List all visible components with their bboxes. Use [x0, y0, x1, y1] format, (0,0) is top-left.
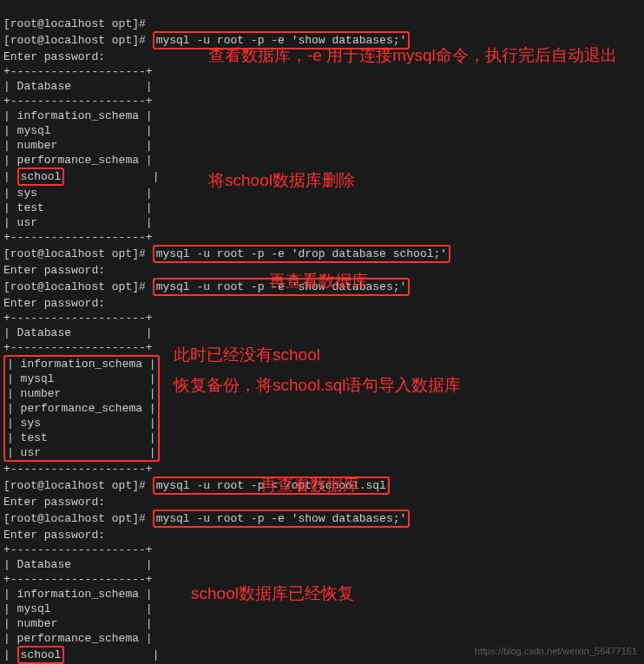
- annotation-3: 再查看数据库: [269, 269, 368, 293]
- annotation-4: 此时已经没有school: [174, 343, 320, 367]
- db-row: | usr |: [3, 216, 153, 229]
- prompt: [root@localhost opt]#: [3, 479, 146, 492]
- db-row: | mysql |: [3, 124, 153, 137]
- table-sep: +--------------------+: [3, 231, 153, 244]
- annotation-1: 查看数据库，-e 用于连接mysql命令，执行完后自动退出: [208, 43, 625, 68]
- enter-password: Enter password:: [3, 496, 105, 509]
- command-drop-school: mysql -u root -p -e 'drop database schoo…: [153, 245, 450, 263]
- table-sep: +--------------------+: [3, 95, 153, 108]
- table-sep: +--------------------+: [3, 65, 153, 78]
- table-header: | Database |: [3, 326, 153, 339]
- db-row-school-post: |: [64, 170, 159, 183]
- enter-password: Enter password:: [3, 264, 105, 277]
- db-row-school-pre: |: [3, 170, 17, 183]
- db-row: | information_schema |: [3, 588, 153, 601]
- annotation-2: 将school数据库删除: [208, 168, 355, 193]
- table-sep: +--------------------+: [3, 573, 153, 586]
- enter-password: Enter password:: [3, 297, 105, 310]
- annotation-5: 恢复备份，将school.sql语句导入数据库: [174, 373, 462, 398]
- prompt: [root@localhost opt]#: [3, 247, 146, 260]
- db-row: | test |: [3, 201, 153, 214]
- prompt: [root@localhost opt]#: [3, 512, 146, 525]
- table-header: | Database |: [3, 558, 153, 571]
- db-list-noschool-highlight: | information_schema | | mysql | | numbe…: [3, 355, 160, 462]
- db-row: | number |: [3, 139, 153, 152]
- prompt: [root@localhost opt]#: [3, 280, 146, 293]
- db-row: | performance_schema |: [3, 632, 153, 645]
- table-sep: +--------------------+: [3, 312, 153, 325]
- command-show-databases-3: mysql -u root -p -e 'show databases;': [153, 510, 411, 528]
- table-sep: +--------------------+: [3, 341, 153, 354]
- enter-password: Enter password:: [3, 529, 105, 542]
- prompt: [root@localhost opt]#: [3, 34, 146, 47]
- pipe: |: [7, 358, 14, 371]
- db-school-highlight-2: school: [17, 646, 65, 664]
- db-school-highlight: school: [17, 168, 65, 186]
- table-sep: +--------------------+: [3, 463, 153, 476]
- db-row: | information_schema |: [3, 109, 153, 122]
- annotation-6: 再查看数据库: [260, 473, 359, 497]
- prompt: [root@localhost opt]#: [3, 17, 146, 30]
- db-row: | mysql |: [3, 602, 153, 615]
- db-row: | number |: [3, 617, 153, 630]
- annotation-7: school数据库已经恢复: [191, 582, 354, 606]
- table-sep: +--------------------+: [3, 543, 153, 556]
- watermark: https://blog.csdn.net/weixin_56477161: [475, 644, 637, 659]
- enter-password: Enter password:: [3, 50, 105, 63]
- table-header: | Database |: [3, 80, 153, 93]
- db-row: | performance_schema |: [3, 154, 153, 167]
- terminal-output: [root@localhost opt]# [root@localhost op…: [0, 0, 644, 664]
- db-row-school-pre: |: [3, 648, 17, 661]
- db-row: | sys |: [3, 187, 153, 200]
- db-row-school-post: |: [64, 648, 159, 661]
